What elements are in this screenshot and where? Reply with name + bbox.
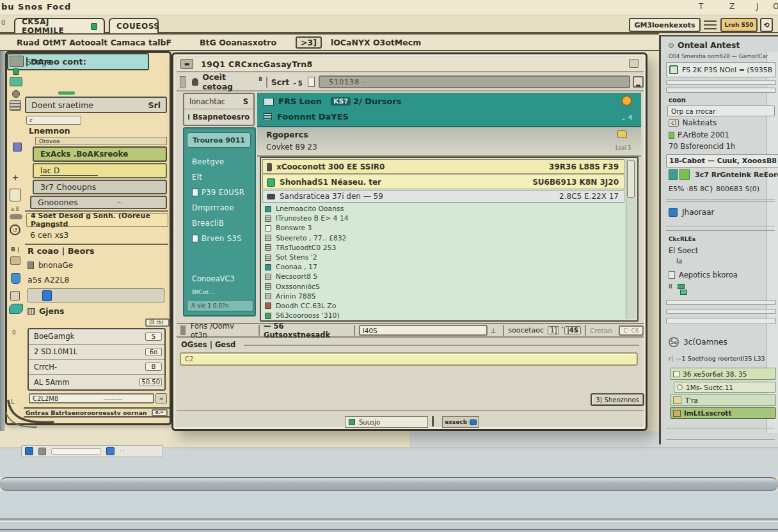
sidebar-selected-item[interactable]: Trouroa 9011: [187, 132, 251, 148]
knob-icon[interactable]: [12, 90, 20, 98]
sort-row[interactable]: 4 Soet Desod g Sonh. (Ooreue Pagngstd: [26, 213, 168, 227]
checkbox-icon[interactable]: [673, 371, 679, 377]
system-menu-icon[interactable]: ▬: [180, 59, 193, 69]
list-item[interactable]: Arinin 788S: [264, 292, 622, 301]
tab-secondary[interactable]: COUEOSS: [109, 18, 159, 33]
input-side-icon[interactable]: ≡: [155, 393, 167, 403]
green-highlight-row[interactable]: ExAcks .BoAKsreoke: [33, 146, 167, 162]
db-cylinder-icon[interactable]: [11, 273, 20, 284]
listbox-row[interactable]: 2 SD.L0M1L 6o: [29, 345, 164, 360]
action-button[interactable]: 3) Sheoznnos: [591, 393, 644, 406]
green-row-2[interactable]: 1Ms- Suctc.11: [674, 382, 776, 393]
filter-label[interactable]: — 56 Gutsoxstnesadk: [264, 322, 350, 340]
groups-row[interactable]: Gnooones ~: [30, 196, 167, 209]
fonts-menu[interactable]: Fons /Oomv ot3n: [191, 322, 251, 340]
yellow-highlight-row[interactable]: lac D: [33, 163, 167, 178]
orovoe-row[interactable]: Orovoe: [35, 137, 167, 145]
sidebar-item-lower-2[interactable]: BfCot…: [192, 288, 215, 295]
sidebar-footer[interactable]: A vie 1 0,0?n: [187, 300, 253, 311]
titlebar-restore-icon[interactable]: [629, 59, 639, 68]
green-row-3[interactable]: T'ra: [670, 395, 776, 406]
folder-icon[interactable]: [10, 256, 20, 265]
nakteats-row[interactable]: c) Nakteats: [669, 118, 717, 127]
changes-row[interactable]: 3r7 Chooupns: [33, 180, 167, 194]
green-icons-row[interactable]: 3c7 RrGnteink ReEores: [669, 169, 778, 180]
db-row[interactable]: a5s A22L8: [28, 273, 136, 286]
datetime-row[interactable]: Doent sraetime Srl: [25, 97, 167, 113]
tab-main[interactable]: CKSAJ EOMMILE: [14, 18, 105, 33]
count-row[interactable]: 6 cen xs3: [26, 228, 122, 241]
app-icon-grey[interactable]: [38, 448, 46, 455]
list-item[interactable]: Necsoort8 5: [264, 272, 622, 281]
sidebar-item[interactable]: Brven S3S: [192, 231, 255, 246]
monitor-icon[interactable]: [10, 56, 24, 67]
menu-item-4[interactable]: lOCaNYX O3otMecm: [331, 38, 421, 47]
teal-swoosh-icon[interactable]: [9, 304, 23, 314]
cabot-field[interactable]: 18-Cabot — Cuuk, Xooos B8: [666, 154, 778, 168]
square-button-icon[interactable]: [10, 291, 20, 301]
rp-field-1[interactable]: Orp ca rrocar: [667, 106, 775, 116]
scrollbar-thumb[interactable]: [627, 160, 635, 198]
mode-badge-2[interactable]: |4S: [564, 326, 581, 334]
sidebar-item[interactable]: Dmprrraoe: [192, 200, 255, 215]
teal-chip-icon[interactable]: [10, 77, 22, 86]
edit-catalog-button[interactable]: Oceit cetoag: [202, 72, 257, 91]
purple-icon[interactable]: [13, 143, 22, 152]
folder-badge-icon[interactable]: [617, 130, 627, 138]
list-icon[interactable]: [10, 100, 21, 111]
listbox-row[interactable]: CrrcH- B: [29, 360, 164, 375]
arbote-row[interactable]: P.ArBote 2001: [669, 130, 729, 139]
soect-row[interactable]: El Soect: [669, 246, 698, 255]
radio-icon[interactable]: [677, 384, 683, 390]
list-item[interactable]: Bonswre 3: [264, 223, 622, 233]
sort-button[interactable]: Scrt: [271, 77, 290, 87]
record-row-highlight-2[interactable]: ShonhadS1 Néaseu. ter SU6B6913 K8N 3J20: [262, 175, 624, 189]
menu-item-3[interactable]: >3]: [296, 36, 322, 49]
record-row-highlight-3[interactable]: Sandsraticea 37i den — 59 2.8C5 E.22X 17: [262, 190, 624, 203]
list-item[interactable]: Coonaa , 17: [264, 262, 622, 272]
list-item[interactable]: Lnemoacito Ooanss: [264, 204, 622, 214]
sidebar-subheader-row[interactable]: Bsapnetoesro: [184, 109, 253, 125]
listbox-row[interactable]: BoeGamgk S: [29, 329, 164, 345]
record-row-highlight-1[interactable]: xCooconott 300 EE SSIR0 39R36 L88S F39: [262, 159, 624, 174]
mode-label[interactable]: soocetaoc: [508, 326, 544, 334]
list-scrollbar[interactable]: [626, 159, 636, 319]
mode-badge-1[interactable]: 1]: [548, 326, 559, 334]
sidebar-item-lower-1[interactable]: ConoeaVC3: [192, 274, 235, 283]
app-icon-blue[interactable]: [25, 447, 33, 455]
sidebar-item[interactable]: Beetgve: [192, 154, 255, 169]
green-row-1[interactable]: 36 xe5or6at 38. 35: [670, 368, 776, 380]
filter-field[interactable]: I40S: [359, 325, 488, 336]
sa-row[interactable]: Sa 3c(Oamnes: [669, 337, 727, 347]
blank-button-icon[interactable]: [10, 189, 21, 201]
list-item[interactable]: Sbeereto , 77.. £832: [264, 233, 622, 243]
collapse-button[interactable]: ▂: [633, 76, 644, 88]
list-item[interactable]: 563coorooss '310): [264, 311, 622, 320]
app-icon-blue-2[interactable]: [106, 447, 115, 455]
toolbar-button-right[interactable]: GM3loenkexots: [629, 18, 701, 32]
menu-item-1[interactable]: Ruad OtMT Aotooalt Camaca talbF: [17, 38, 171, 47]
side-mini-box[interactable]: (B rb): [145, 318, 170, 327]
list-item[interactable]: TRsTuoodtC0 253: [264, 243, 622, 253]
hamburger-icon[interactable]: [704, 19, 717, 31]
refresh-circle-icon[interactable]: ↺: [10, 224, 20, 235]
jhaoraar-row[interactable]: Jhaoraar: [669, 208, 714, 217]
menu-item-2[interactable]: BtG Ooanasxotro: [200, 38, 276, 47]
listbox-row[interactable]: AL 5Amm 50.50: [29, 375, 164, 389]
sidebar-item[interactable]: Elt: [192, 169, 255, 185]
list-item[interactable]: Doodh CC.63L Zo: [264, 301, 622, 311]
undo-icon[interactable]: ⟲: [760, 18, 773, 32]
status-field[interactable]: Suusjo: [345, 416, 428, 428]
fs-row[interactable]: FS 2K P3S NOel = (5935B: [666, 62, 776, 77]
sidebar-item[interactable]: P39 E0USR: [192, 185, 255, 200]
orange-button[interactable]: Lroh S50: [720, 18, 758, 32]
list-item[interactable]: ITrunosteo B E> 4 14: [264, 214, 622, 223]
address-field[interactable]: 510138 ·: [319, 75, 630, 88]
list-item[interactable]: OxssonniôcS: [264, 282, 622, 292]
sidebar-item[interactable]: BreacliB: [192, 215, 255, 231]
aepotics-row[interactable]: Aepotics bkoroa: [669, 270, 738, 279]
mini-search-field[interactable]: c: [26, 116, 81, 125]
status-button[interactable]: exsecb: [442, 416, 479, 428]
browse-row[interactable]: bnonaGe: [28, 259, 123, 271]
blue-icon-row[interactable]: [28, 288, 164, 302]
